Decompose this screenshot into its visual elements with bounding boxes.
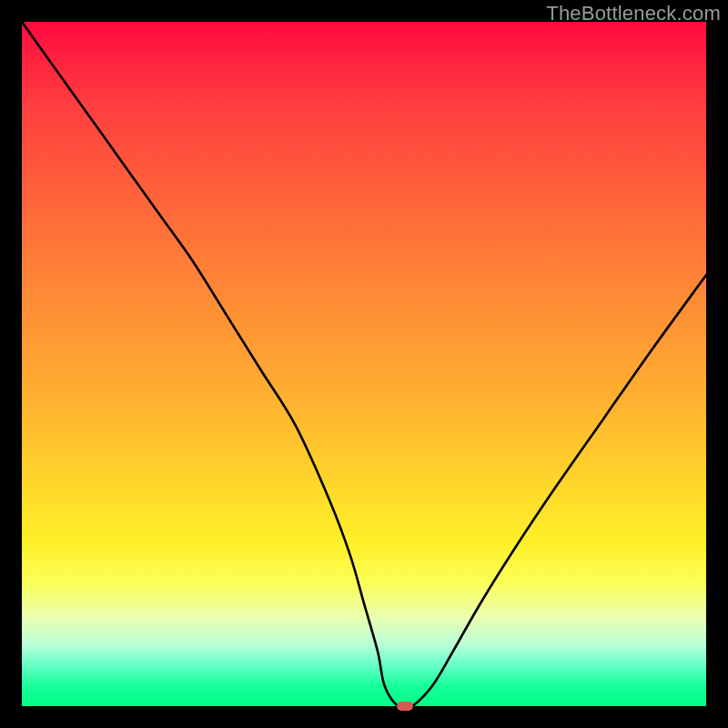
bottleneck-curve bbox=[22, 22, 706, 706]
chart-plot-area bbox=[22, 22, 706, 706]
curve-svg bbox=[22, 22, 706, 706]
optimal-point-marker bbox=[397, 702, 413, 711]
